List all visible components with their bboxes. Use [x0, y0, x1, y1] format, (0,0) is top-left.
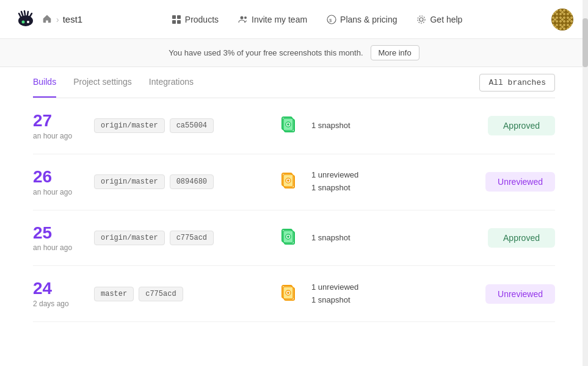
snapshot-icon — [280, 284, 297, 304]
status-badge: Unreviewed — [485, 172, 555, 192]
build-icon — [277, 228, 299, 248]
svg-point-1 — [27, 21, 29, 23]
snapshot-icon — [280, 116, 297, 135]
banner-message: You have used 3% of your free screenshot… — [169, 48, 363, 57]
build-stats: 1 snapshot — [311, 232, 476, 245]
unreviewed-count: 1 unreviewed — [311, 169, 473, 182]
people-icon — [238, 15, 248, 24]
svg-point-27 — [287, 235, 289, 238]
build-time: 2 days ago — [33, 300, 82, 308]
nav-plans[interactable]: $ Plans & pricing — [318, 10, 405, 29]
scrollbar-track[interactable] — [583, 0, 588, 366]
header-left: › test1 — [15, 9, 82, 30]
home-icon[interactable] — [42, 13, 53, 26]
build-time: an hour ago — [33, 188, 82, 196]
snapshot-count: 1 snapshot — [311, 182, 473, 195]
snapshot-count: 1 snapshot — [311, 294, 473, 307]
svg-rect-5 — [172, 20, 176, 24]
build-time: an hour ago — [33, 132, 82, 140]
build-number: 26 — [33, 168, 82, 187]
logo[interactable] — [15, 9, 37, 30]
main-content: Builds Project settings Integrations All… — [0, 67, 588, 322]
nav-help[interactable]: Get help — [408, 10, 471, 29]
nav-invite[interactable]: Invite my team — [230, 10, 316, 29]
build-stats: 1 unreviewed 1 snapshot — [311, 281, 473, 307]
svg-rect-6 — [177, 20, 181, 24]
header: › test1 Products Invite my team — [0, 0, 588, 39]
build-branch: master c775acd — [94, 287, 265, 301]
avatar[interactable] — [551, 9, 573, 30]
build-number: 27 — [33, 112, 82, 131]
svg-point-11 — [419, 18, 423, 21]
snapshot-count: 1 snapshot — [311, 120, 476, 132]
snapshot-count: 1 snapshot — [311, 232, 476, 245]
build-icon — [277, 172, 299, 192]
build-icon — [277, 284, 299, 304]
build-number: 25 — [33, 224, 82, 243]
branch-tag: origin/master — [94, 118, 165, 133]
status-badge: Approved — [488, 116, 555, 135]
builds-list: 27 an hour ago origin/master ca55004 1 s… — [33, 98, 555, 322]
build-branch: origin/master ca55004 — [94, 118, 265, 133]
header-nav: Products Invite my team $ Plans & pricin… — [163, 10, 471, 29]
build-number-section: 24 2 days ago — [33, 279, 82, 308]
build-branch: origin/master c775acd — [94, 231, 265, 245]
svg-point-22 — [287, 179, 289, 182]
build-stats: 1 unreviewed 1 snapshot — [311, 169, 473, 195]
build-time: an hour ago — [33, 243, 82, 252]
more-info-button[interactable]: More info — [371, 45, 419, 60]
build-number-section: 27 an hour ago — [33, 112, 82, 140]
breadcrumb-project[interactable]: test1 — [63, 14, 83, 24]
build-stats: 1 snapshot — [311, 120, 476, 132]
nav-products-label: Products — [185, 15, 219, 24]
commit-tag: c775acd — [170, 231, 214, 245]
commit-tag: ca55004 — [170, 118, 214, 133]
tab-project-settings[interactable]: Project settings — [73, 67, 132, 98]
build-row[interactable]: 27 an hour ago origin/master ca55004 1 s… — [33, 98, 555, 154]
build-row[interactable]: 25 an hour ago origin/master c775acd 1 s… — [33, 210, 555, 267]
branch-tag: origin/master — [94, 231, 165, 245]
nav-invite-label: Invite my team — [252, 15, 307, 24]
nav-help-label: Get help — [430, 15, 462, 24]
tabs-bar: Builds Project settings Integrations All… — [33, 67, 555, 98]
svg-text:$: $ — [329, 18, 332, 23]
status-badge: Unreviewed — [485, 284, 555, 304]
tab-integrations[interactable]: Integrations — [149, 67, 194, 98]
build-number: 24 — [33, 279, 82, 298]
breadcrumb: › test1 — [42, 13, 82, 26]
tab-builds[interactable]: Builds — [33, 67, 56, 98]
snapshot-icon — [280, 228, 297, 248]
grid-icon — [172, 15, 181, 24]
svg-point-17 — [287, 123, 289, 126]
breadcrumb-separator: › — [56, 15, 59, 24]
svg-point-2 — [22, 20, 25, 23]
tabs-left: Builds Project settings Integrations — [33, 67, 211, 98]
svg-point-7 — [241, 16, 244, 19]
all-branches-button[interactable]: All branches — [479, 74, 555, 92]
svg-rect-3 — [172, 15, 176, 19]
build-row[interactable]: 24 2 days ago master c775acd 1 unreviewe… — [33, 266, 555, 322]
svg-point-32 — [287, 292, 289, 294]
commit-tag: 0894680 — [170, 174, 214, 189]
build-row[interactable]: 26 an hour ago origin/master 0894680 1 u… — [33, 154, 555, 210]
build-number-section: 25 an hour ago — [33, 224, 82, 253]
svg-point-12 — [418, 16, 425, 23]
svg-point-8 — [244, 16, 247, 19]
snapshot-icon — [280, 172, 297, 192]
nav-plans-label: Plans & pricing — [340, 15, 397, 24]
tag-icon: $ — [327, 15, 336, 24]
banner: You have used 3% of your free screenshot… — [0, 39, 588, 67]
build-number-section: 26 an hour ago — [33, 168, 82, 196]
branch-tag: master — [94, 287, 134, 301]
gear-icon — [416, 15, 426, 24]
nav-products[interactable]: Products — [163, 10, 227, 29]
commit-tag: c775acd — [139, 287, 183, 301]
scrollbar-thumb[interactable] — [583, 18, 588, 67]
branch-tag: origin/master — [94, 174, 165, 189]
build-icon — [277, 116, 299, 135]
unreviewed-count: 1 unreviewed — [311, 281, 473, 294]
build-branch: origin/master 0894680 — [94, 174, 265, 189]
svg-rect-4 — [177, 15, 181, 19]
status-badge: Approved — [488, 228, 555, 248]
